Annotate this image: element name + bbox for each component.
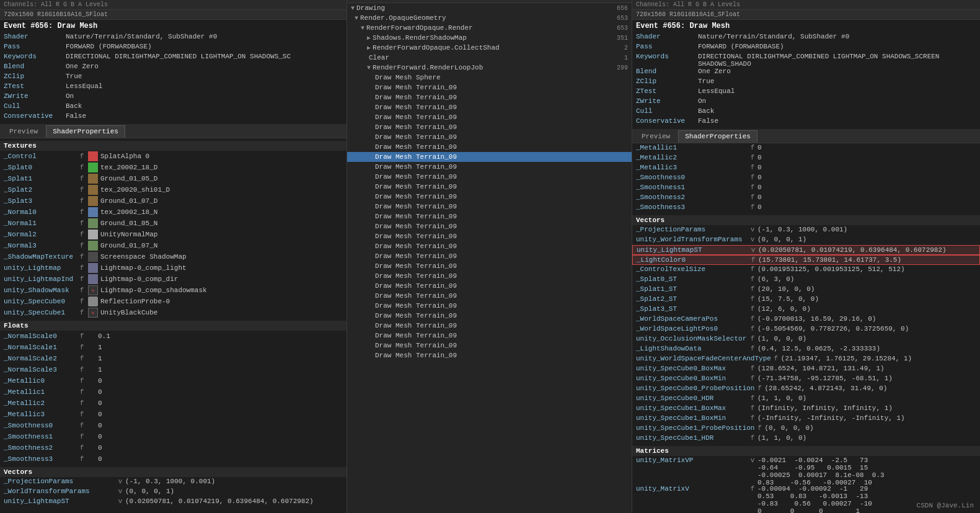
thumb-speccube1: ✕ <box>88 308 98 318</box>
tree-terrain-17[interactable]: Draw Mesh Terrain_09 <box>347 241 632 251</box>
middle-panel: ▼ Drawing 656 ▼ Render.OpaqueGeometry 65… <box>347 0 632 513</box>
tex-normal1: _Normal1 f Ground_01_05_N <box>0 218 347 229</box>
right-resolution: 720x1560 R16G16B16A16_SFloat <box>632 10 980 20</box>
arrow-drawing: ▼ <box>351 5 355 12</box>
arrow-shadows: ▶ <box>367 34 371 42</box>
tree-terrain-27[interactable]: Draw Mesh Terrain_09 <box>347 341 632 350</box>
tree-terrain-9[interactable]: Draw Mesh Terrain_09 <box>347 162 632 172</box>
rvec-lightmapst-highlight: unity_LightmapST v (0.02050781, 0.010742… <box>632 245 980 255</box>
thumb-normal2 <box>88 230 98 239</box>
tree-terrain-13[interactable]: Draw Mesh Terrain_09 <box>347 202 632 212</box>
tree-drawmesh-sphere[interactable]: Draw Mesh Sphere <box>347 73 632 83</box>
tex-normal0: _Normal0 f tex_20002_18_N <box>0 207 347 218</box>
rprop-blend: Blend One Zero <box>632 67 980 77</box>
tree-shadows[interactable]: ▶ Shadows.RenderShadowMap 351 <box>347 33 632 43</box>
rvec-splat3st: _Splat3_ST f (12, 6, 0, 0) <box>632 305 980 314</box>
tree-terrain-15[interactable]: Draw Mesh Terrain_09 <box>347 221 632 231</box>
tree-terrain-4[interactable]: Draw Mesh Terrain_09 <box>347 112 632 122</box>
count-opaque: 653 <box>617 15 628 22</box>
rvec-occlusion: unity_OcclusionMaskSelector f (1, 0, 0, … <box>632 334 980 344</box>
tab-preview-left[interactable]: Preview <box>2 125 45 138</box>
left-tabs: Preview ShaderProperties <box>0 124 347 138</box>
tex-splat0: _Splat0 f tex_20002_18_D <box>0 162 347 173</box>
tree-terrain-14[interactable]: Draw Mesh Terrain_09 <box>347 212 632 221</box>
rvec-projparams: _ProjectionParams v (-1, 0.3, 1000, 0.00… <box>632 225 980 235</box>
tree-render-forward[interactable]: ▼ RenderForwardOpaque.Render 653 <box>347 23 632 33</box>
tree-terrain-16[interactable]: Draw Mesh Terrain_09 <box>347 231 632 241</box>
tree-terrain-26[interactable]: Draw Mesh Terrain_09 <box>347 331 632 341</box>
tree-terrain-23[interactable]: Draw Mesh Terrain_09 <box>347 301 632 311</box>
tab-preview-right[interactable]: Preview <box>635 130 677 143</box>
tree-terrain-10[interactable]: Draw Mesh Terrain_09 <box>347 172 632 182</box>
rfloat-metallic1: _Metallic1 f 0 <box>632 143 980 153</box>
float-metallic3: _Metallic3 f 0 <box>0 409 347 420</box>
left-channel-text: Channels: All R G B A Levels <box>4 1 108 8</box>
rfloat-smoothness0: _Smoothness0 f 0 <box>632 173 980 183</box>
prop-zwrite: ZWrite On <box>0 92 347 102</box>
tree-terrain-19[interactable]: Draw Mesh Terrain_09 <box>347 261 632 271</box>
float-smoothness3: _Smoothness3 f 0 <box>0 453 347 465</box>
thumb-splat0 <box>88 163 98 172</box>
tree-label-renderloop: RenderForward.RenderLoopJob <box>373 64 483 71</box>
tree-terrain-selected[interactable]: Draw Mesh Terrain_09 <box>347 152 632 162</box>
tree-terrain-1[interactable]: Draw Mesh Terrain_09 <box>347 83 632 92</box>
rprop-ztest: ZTest LessEqual <box>632 87 980 97</box>
arrow-collectshad: ▶ <box>367 44 371 51</box>
arrow-renderloop: ▼ <box>367 65 371 71</box>
prop-blend: Blend One Zero <box>0 62 347 72</box>
tab-shaderprops-left[interactable]: ShaderProperties <box>46 125 125 138</box>
tree-collectshad[interactable]: ▶ RenderForwardOpaque.CollectShad 2 <box>347 43 632 53</box>
rfloat-metallic2: _Metallic2 f 0 <box>632 153 980 163</box>
tree-render-opaque[interactable]: ▼ Render.OpaqueGeometry 653 <box>347 13 632 23</box>
prop-ztest: ZTest LessEqual <box>0 82 347 92</box>
rprop-zwrite: ZWrite On <box>632 97 980 107</box>
thumb-speccube0 <box>88 297 98 306</box>
tree-terrain-2[interactable]: Draw Mesh Terrain_09 <box>347 92 632 102</box>
tree-label-collectshad: RenderForwardOpaque.CollectShad <box>373 44 500 51</box>
rvec-speccube0probe: unity_SpecCube0_ProbePosition f (28.6524… <box>632 384 980 394</box>
vec-lightmapst-left: unity_LightmapST v (0.02050781, 0.010742… <box>0 497 347 507</box>
tree-terrain-28[interactable]: Draw Mesh Terrain_09 <box>347 350 632 360</box>
tree-terrain-20[interactable]: Draw Mesh Terrain_09 <box>347 271 632 281</box>
section-vectors-right: Vectors <box>632 215 980 225</box>
tex-splat1: _Splat1 f Ground_01_05_D <box>0 173 347 184</box>
tex-shadowmask: unity_ShadowMask f ✕ Lightmap-0_comp_sha… <box>0 285 347 296</box>
tree-terrain-21[interactable]: Draw Mesh Terrain_09 <box>347 281 632 291</box>
tree-terrain-12[interactable]: Draw Mesh Terrain_09 <box>347 192 632 202</box>
tree-terrain-11[interactable]: Draw Mesh Terrain_09 <box>347 182 632 192</box>
tab-shaderprops-right[interactable]: ShaderProperties <box>678 130 757 143</box>
rvec-speccube1probe: unity_SpecCube1_ProbePosition f (0, 0, 0… <box>632 424 980 434</box>
tree-terrain-25[interactable]: Draw Mesh Terrain_09 <box>347 321 632 331</box>
tree-terrain-22[interactable]: Draw Mesh Terrain_09 <box>347 291 632 301</box>
float-normalscale2: _NormalScale2 f 1 <box>0 353 347 364</box>
tree-label-forward: RenderForwardOpaque.Render <box>366 24 473 32</box>
thumb-normal0 <box>88 207 98 217</box>
tex-normal2: _Normal2 f UnityNormalMap <box>0 229 347 240</box>
tree-terrain-24[interactable]: Draw Mesh Terrain_09 <box>347 311 632 321</box>
tree-terrain-6[interactable]: Draw Mesh Terrain_09 <box>347 132 632 142</box>
tree-terrain-5[interactable]: Draw Mesh Terrain_09 <box>347 122 632 132</box>
tree-terrain-7[interactable]: Draw Mesh Terrain_09 <box>347 142 632 152</box>
tree-terrain-3[interactable]: Draw Mesh Terrain_09 <box>347 102 632 112</box>
prop-zclip: ZClip True <box>0 72 347 82</box>
tree-clear[interactable]: Clear 1 <box>347 53 632 63</box>
rprop-zclip: ZClip True <box>632 77 980 87</box>
rvec-fadetypeandtype: unity_WorldSpaceFadeCenterAndType f (21.… <box>632 354 980 364</box>
tree-drawing[interactable]: ▼ Drawing 656 <box>347 3 632 13</box>
tree-terrain-18[interactable]: Draw Mesh Terrain_09 <box>347 251 632 261</box>
tree-renderloop[interactable]: ▼ RenderForward.RenderLoopJob 299 <box>347 63 632 73</box>
rprop-shader: Shader Nature/Terrain/Standard, SubShade… <box>632 32 980 42</box>
float-metallic2: _Metallic2 f 0 <box>0 398 347 409</box>
tex-speccube0: unity_SpecCube0 f ReflectionProbe-0 <box>0 296 347 307</box>
tex-control: _Control f SplatAlpha 0 <box>0 151 347 162</box>
rvec-camerapos: _WorldSpaceCameraPos f (-0.9700013, 16.5… <box>632 314 980 324</box>
tree-label-clear: Clear <box>369 54 389 61</box>
prop-shader: Shader Nature/Terrain/Standard, SubShade… <box>0 32 347 42</box>
count-drawing: 656 <box>617 5 628 12</box>
rprop-keywords: Keywords DIRECTIONAL DIRLIGHTMAP_COMBINE… <box>632 52 980 67</box>
arrow-forward: ▼ <box>361 25 364 32</box>
rvec-splat1st: _Splat1_ST f (20, 10, 0, 0) <box>632 285 980 295</box>
section-textures: Textures <box>0 141 347 151</box>
tree-label-drawing: Drawing <box>356 4 385 12</box>
rvec-splat2st: _Splat2_ST f (15, 7.5, 0, 0) <box>632 295 980 305</box>
